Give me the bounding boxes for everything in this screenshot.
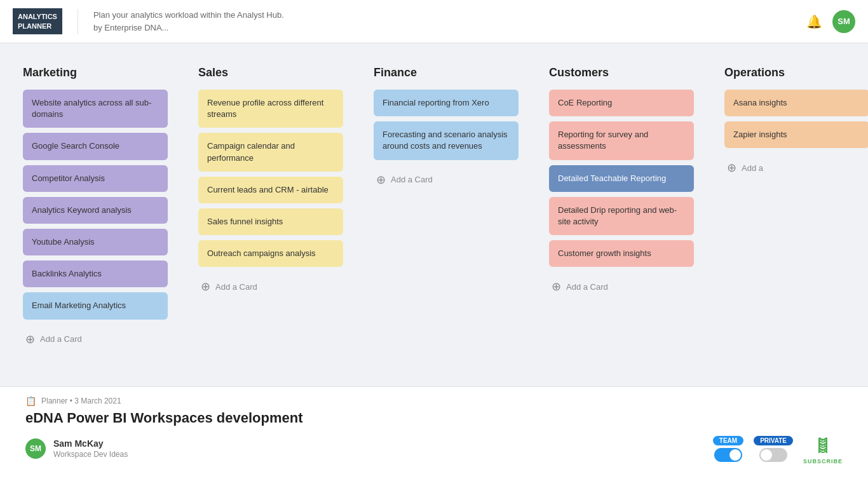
team-toggle-knob xyxy=(729,449,741,461)
user-name: Sam McKay xyxy=(53,438,128,449)
bottom-info: SM Sam McKay Workspace Dev Ideas TEAM PR… xyxy=(25,433,843,464)
logo: ANALYTICS PLANNER xyxy=(13,8,62,34)
column-sales: SalesRevenue profile across different st… xyxy=(188,56,353,361)
card-f1[interactable]: Financial reporting from Xero xyxy=(374,90,519,116)
add-card-label: Add a Card xyxy=(391,175,433,184)
column-marketing: MarketingWebsite analytics across all su… xyxy=(13,56,178,361)
bottom-right: TEAM PRIVATE xyxy=(713,433,843,464)
add-icon: ⊕ xyxy=(727,161,736,175)
bell-icon[interactable]: 🔔 xyxy=(806,14,822,29)
workspace-label: Workspace Dev Ideas xyxy=(53,450,128,459)
card-f2[interactable]: Forecasting and scenario analysis around… xyxy=(374,121,519,159)
add-card-marketing[interactable]: ⊕Add a Card xyxy=(23,327,168,351)
add-icon: ⊕ xyxy=(376,173,386,187)
card-m5[interactable]: Youtube Analysis xyxy=(23,229,168,255)
card-m7[interactable]: Email Marketing Analytics xyxy=(23,292,168,319)
card-m2[interactable]: Google Search Console xyxy=(23,133,168,159)
header-divider xyxy=(78,9,78,34)
user-info: Sam McKay Workspace Dev Ideas xyxy=(53,438,128,459)
team-label: TEAM xyxy=(713,436,743,445)
app-header: ANALYTICS PLANNER Plan your analytics wo… xyxy=(0,0,868,43)
user-avatar-sm: SM xyxy=(25,438,46,459)
card-s4[interactable]: Sales funnel insights xyxy=(198,208,343,235)
add-card-operations[interactable]: ⊕Add a xyxy=(724,156,868,180)
private-toggle-knob xyxy=(761,449,772,461)
team-toggle[interactable] xyxy=(714,448,742,462)
card-m6[interactable]: Backlinks Analytics xyxy=(23,261,168,287)
private-toggle[interactable] xyxy=(759,448,787,462)
card-o1[interactable]: Asana insights xyxy=(724,90,868,116)
card-m4[interactable]: Analytics Keyword analysis xyxy=(23,197,168,224)
planner-icon: 📋 xyxy=(25,396,36,406)
add-card-label: Add a Card xyxy=(215,282,257,292)
card-m3[interactable]: Competitor Analysis xyxy=(23,165,168,192)
add-card-finance[interactable]: ⊕Add a Card xyxy=(374,168,519,192)
vertical-scrollbar[interactable] xyxy=(0,381,9,386)
add-icon: ⊕ xyxy=(201,280,210,294)
card-c4[interactable]: Detailed Drip reporting and web-site act… xyxy=(549,197,694,235)
add-card-sales[interactable]: ⊕Add a Card xyxy=(198,274,343,299)
main-area: MarketingWebsite analytics across all su… xyxy=(0,43,868,386)
add-card-label: Add a xyxy=(742,163,763,173)
user-avatar[interactable]: SM xyxy=(832,10,855,33)
card-c1[interactable]: CoE Reporting xyxy=(549,90,694,116)
column-header-marketing: Marketing xyxy=(23,66,168,79)
card-s5[interactable]: Outreach campaigns analysis xyxy=(198,240,343,267)
board-area: MarketingWebsite analytics across all su… xyxy=(0,43,868,381)
private-label: PRIVATE xyxy=(754,436,793,445)
card-c5[interactable]: Customer growth insights xyxy=(549,240,694,267)
card-c2[interactable]: Reporting for survey and assessments xyxy=(549,121,694,159)
bottom-meta: 📋 Planner • 3 March 2021 xyxy=(25,396,843,406)
column-finance: FinanceFinancial reporting from XeroFore… xyxy=(363,56,529,361)
header-right: 🔔 SM xyxy=(806,10,855,33)
add-card-label: Add a Card xyxy=(40,334,82,344)
card-o2[interactable]: Zapier insights xyxy=(724,121,868,148)
column-header-operations: Operations xyxy=(724,66,868,79)
column-customers: CustomersCoE ReportingReporting for surv… xyxy=(539,56,704,361)
card-c3[interactable]: Detailed Teachable Reporting xyxy=(549,165,694,192)
add-card-label: Add a Card xyxy=(566,282,608,292)
add-icon: ⊕ xyxy=(552,280,561,294)
card-s2[interactable]: Campaign calendar and performance xyxy=(198,133,343,171)
meta-label: Planner • 3 March 2021 xyxy=(41,396,121,405)
subscribe-button[interactable]: SUBSCRIBE xyxy=(803,433,843,464)
column-header-customers: Customers xyxy=(549,66,694,79)
card-s1[interactable]: Revenue profile across different streams xyxy=(198,90,343,128)
column-operations: OperationsAsana insightsZapier insights⊕… xyxy=(714,56,868,361)
private-toggle-group: PRIVATE xyxy=(754,436,793,462)
project-title: eDNA Power BI Workspaces development xyxy=(25,410,843,426)
card-s3[interactable]: Current leads and CRM - airtable xyxy=(198,177,343,203)
add-card-customers[interactable]: ⊕Add a Card xyxy=(549,274,694,299)
add-icon: ⊕ xyxy=(25,332,35,346)
card-m1[interactable]: Website analytics across all sub-domains xyxy=(23,90,168,128)
logo-area: ANALYTICS PLANNER Plan your analytics wo… xyxy=(13,8,284,34)
column-header-sales: Sales xyxy=(198,66,343,79)
subscribe-text: SUBSCRIBE xyxy=(803,458,843,464)
header-subtitle: Plan your analytics workload within the … xyxy=(93,9,284,34)
column-header-finance: Finance xyxy=(374,66,519,79)
team-toggle-group: TEAM xyxy=(713,436,743,462)
dna-icon xyxy=(810,433,836,458)
bottom-panel: 📋 Planner • 3 March 2021 eDNA Power BI W… xyxy=(0,386,868,488)
